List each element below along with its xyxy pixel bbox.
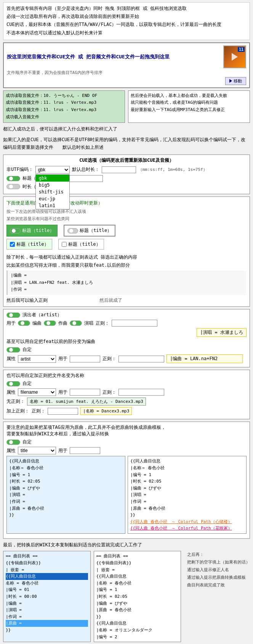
wiki-link-2[interactable]: {{同人曲 春色小径 ～ Colorful Path（花映冢） xyxy=(130,526,232,531)
checkbox-title-2[interactable]: 标题（title） xyxy=(64,225,115,236)
cb-zuoqu[interactable] xyxy=(44,320,56,326)
final-right-table: == 曲目列表 == {{专辑曲目列表}} | 嵌套 = {{同人曲目信息 |名… xyxy=(94,551,181,642)
encoding-option-gbk[interactable]: gbk xyxy=(36,175,69,182)
artist-custom-toggle[interactable] xyxy=(6,347,20,353)
status-left: 成功读取音频文件：10. うーちゃん - END OF 成功读取音频文件：11.… xyxy=(3,90,125,123)
wiki-for-label: 用于 xyxy=(58,448,67,454)
regex-label2: 正则： xyxy=(102,356,116,362)
cb-input-4[interactable] xyxy=(62,242,67,247)
artist-for-label1: 用于 xyxy=(6,320,16,327)
artist-prop-row: 属性 artist 用于 编曲 正则： (.*)\.feat |编曲 = LAN… xyxy=(6,354,247,363)
cb-yanchang[interactable] xyxy=(70,320,82,326)
browser-note: 某些浏览器显示有问题不过也类同 xyxy=(6,216,247,223)
cb-toggle-2[interactable] xyxy=(67,228,78,233)
checkbox-title-1[interactable]: 标题（title） xyxy=(6,225,58,236)
cb-yanchang-label: 演唱 xyxy=(84,320,93,327)
browse-main-text[interactable]: 按这里浏览音频文件和CUE文件 或 把音频文件和CUE文件一起拖曳到这里 xyxy=(7,53,220,60)
add-regex-label2: 正则： xyxy=(32,408,45,414)
status-right-line2: 就只能检个音频格式，或者是TAG的编码有问题 xyxy=(131,99,247,106)
checkboxes-row: 标题（title） 标题（title） xyxy=(6,225,247,236)
artist-section: 演出者（artist） 用于 编曲 作曲 演唱 正则： feat\.(.*) |… xyxy=(3,309,250,367)
filename-custom-label: 自定 xyxy=(22,380,32,387)
cue-title: CUE选项（编码更改后需重新添加CUE及音频） xyxy=(6,157,247,164)
encoding-option-big5[interactable]: big5 xyxy=(36,182,69,188)
move-button[interactable]: 移動 xyxy=(225,77,246,85)
artist-toggle[interactable] xyxy=(6,312,20,318)
final-tables: == 曲目列表 == {{专辑曲目列表}} | 嵌套 = {{同人曲目信息 名称… xyxy=(3,551,250,642)
cb-toggle-1[interactable] xyxy=(10,228,21,233)
filter-note: 除了时长，每一项都可以通过输入正则表达式 筛选出正确的内容 xyxy=(6,253,247,261)
browse-area[interactable]: 按这里浏览音频文件和CUE文件 或 把音频文件和CUE文件一起拖曳到这里 11 … xyxy=(3,42,250,88)
for-label2: 用于 xyxy=(58,356,67,362)
encoding-label: 非UTF编码： xyxy=(6,166,33,173)
wiki-section: 要注意的是如果把某项TAG应用为原曲，此工具并不会把原曲转换成原曲模板， 需要复… xyxy=(3,422,250,539)
checkbox-title-4[interactable]: 标题（title） xyxy=(58,239,104,250)
artist-result: |演唱 = 水瀬ましろ xyxy=(197,328,247,337)
toggle-dot xyxy=(9,177,13,180)
example-note: 比如某些信息写得太详细，而我需要只获取feat.以后的部分 xyxy=(6,261,247,269)
cb-bianqu[interactable] xyxy=(18,320,30,326)
info-line-2: 必须一次过选取所有内容，再次选取就会清除前面的资料重新开始 xyxy=(6,13,247,20)
filename-result: |名称 = Dancex3.mp3 xyxy=(80,407,132,415)
import-note: 都汇入成功之后，便可以选择汇入什么资料和怎样汇入了 xyxy=(3,125,250,133)
filename-prop-row: 属性 filename 用于 名称 正则： xyxy=(6,388,247,396)
wiki-note2: 需要复制黏贴到WIKI文本框后，通过输入提示转换 xyxy=(6,431,247,437)
filename-section: 也可以用自定加正则把文件名变为名称 自定 属性 filename 用于 名称 正… xyxy=(3,370,250,419)
info-line-1: 首先把该专辑所有内容（至少是读光盘内）同时 拖曳 到顶部的框 或 低科技地浏览选… xyxy=(6,5,247,12)
artist-prop-select[interactable]: artist xyxy=(18,355,56,363)
filename-regex-input[interactable] xyxy=(118,389,164,396)
artist-result2: |编曲 = LAN.na+FN2 xyxy=(167,354,243,363)
filename-note: 也可以用自定加正则把文件名变为名称 xyxy=(6,372,247,379)
prop-label: 属性 xyxy=(6,356,16,362)
info-line-3: CUE的话，最好和本体（音频所在的TTA/WAV/FLAC）一同选取，以获取专辑… xyxy=(6,21,247,28)
no-regex-row: 无正则： 名称 = 01. sumijun feat. えろたん - Dance… xyxy=(6,398,247,406)
time-hint: （mm:ss:ff, 1m=60s, 1s=75f） xyxy=(138,167,207,172)
wiki-prop-select[interactable]: title xyxy=(18,447,56,454)
filename-prop-select[interactable]: filename xyxy=(18,388,56,396)
duration-toggle[interactable] xyxy=(6,184,20,189)
wiki-custom-label: 自定 xyxy=(22,439,32,445)
status-right-line1: 然后便会开始载入，基本上都会成功，要是载入失败 xyxy=(131,92,247,100)
wiki-for-input[interactable]: 原曲 xyxy=(70,447,100,454)
custom-note: 基至可以用自定把feat以前的部分变为编曲 xyxy=(6,338,247,345)
highlight-row-2: |原曲 = xyxy=(6,620,88,627)
encoding-option-eucjp[interactable]: euc-jp xyxy=(36,195,69,202)
scroll-note: 按一下左边的滑动按钮可以选择不汇入该项 xyxy=(6,208,247,216)
wiki-left-text: {{同人曲目信息 |名称＝ 春色小径 |编号 = 1 |时长 = 02:05 |… xyxy=(6,456,125,534)
title-toggle[interactable] xyxy=(6,176,20,181)
artist-for-input[interactable]: 编曲 xyxy=(70,356,100,362)
wiki-prop-row: 属性 title 用于 原曲 xyxy=(6,447,247,454)
add-regex-input[interactable]: -(.*) xyxy=(48,408,78,415)
artist-regex-input2[interactable]: (.*)\.feat xyxy=(118,356,164,362)
filename-prop-label: 属性 xyxy=(6,389,16,396)
cb-input-3[interactable] xyxy=(10,242,15,247)
cb-zuoqu-label: 作曲 xyxy=(58,320,67,327)
wiki-right-text: {{同人曲目信息 |名称＝ 春色小径 |编号 = 1 |时长 = 02:05 |… xyxy=(128,456,247,534)
duration-toggle-dot xyxy=(9,185,13,188)
wiki-link-1[interactable]: {{同人曲 春色小径 ～ Colorful Path（心绪楼） xyxy=(130,519,232,524)
artist-regex-input[interactable]: feat\.(.*) xyxy=(112,320,157,327)
encoding-select[interactable]: gbk big5 shift-jis euc-jp latin1 xyxy=(35,166,70,174)
order-note: 文件顺序并不重要，因为会按曲目TAG内的序号排序 xyxy=(7,70,246,76)
no-regex-label: 无正则： xyxy=(6,398,25,405)
encoding-option-latin1[interactable]: latin1 xyxy=(36,202,69,209)
then-done: 然后就成了 xyxy=(99,296,122,304)
options-section: 下面便是通用的选项（均会随着改动即时更新） 按一下左边的滑动按钮可以选择不汇入该… xyxy=(3,196,250,307)
add-regex-label: 加上正则： xyxy=(6,408,29,414)
status-right: 然后便会开始载入，基本上都会成功，要是载入失败 就只能检个音频格式，或者是TAG… xyxy=(128,90,250,123)
wiki-toggle[interactable] xyxy=(6,440,20,445)
cue-note: 如果汇入的是CUE，可以选择CUE不是UTF8时采用的编码，支持若干常见编码，汇… xyxy=(3,136,250,151)
thumb-badge: 11 xyxy=(238,47,245,52)
info-line-4: 不选本体的话也可以通过输入默认总时长来计算 xyxy=(6,29,247,37)
custom-label: 自定 xyxy=(22,346,32,353)
checkbox-title-3[interactable]: 标题（title） xyxy=(6,239,52,250)
time-input[interactable]: 00:00:00 xyxy=(102,166,136,173)
encoding-menu: gbk big5 shift-jis euc-jp latin1 xyxy=(35,174,70,209)
encoding-dropdown[interactable]: gbk big5 shift-jis euc-jp latin1 gbk big… xyxy=(35,166,70,174)
filename-regex-label: 正则： xyxy=(102,389,116,396)
filename-for-input[interactable]: 名称 xyxy=(70,389,100,396)
encoding-option-shiftjis[interactable]: shift-jis xyxy=(36,188,69,195)
status-left-line1: 成功读取音频文件：10. うーちゃん - END OF xyxy=(6,92,122,100)
filename-toggle[interactable] xyxy=(6,381,20,386)
add-regex-row: 加上正则： 正则： -(.*) |名称 = Dancex3.mp3 xyxy=(6,407,247,415)
